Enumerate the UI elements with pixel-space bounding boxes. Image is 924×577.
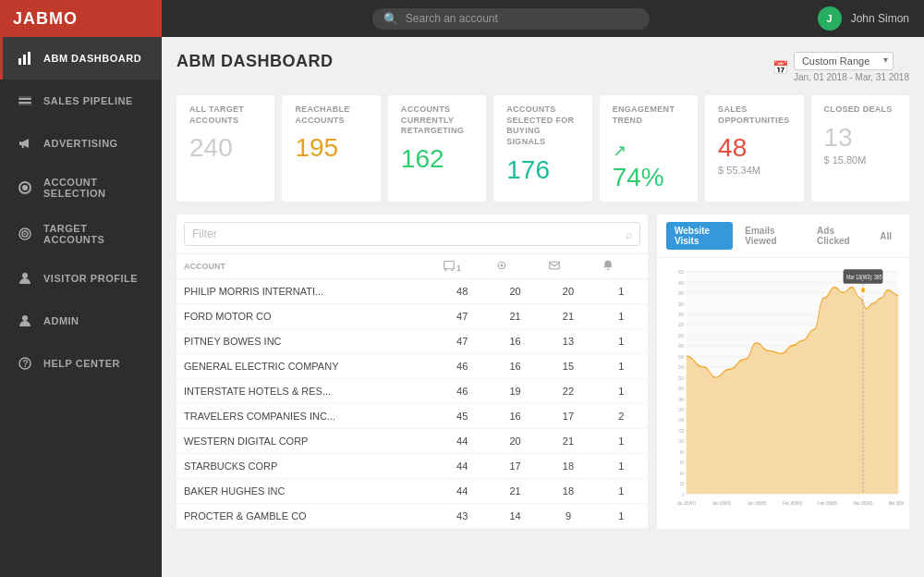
tab-all[interactable]: All — [871, 227, 900, 245]
visit-count: 47 — [436, 329, 489, 354]
search-icon: 🔍 — [383, 12, 398, 26]
svg-text:Mar 18(W5): Mar 18(W5) — [889, 500, 904, 507]
table-row[interactable]: PHILIP MORRIS INTERNATI... 48 20 20 1 — [176, 279, 648, 304]
svg-text:360: 360 — [678, 301, 685, 307]
table-row[interactable]: TRAVELERS COMPANIES INC... 45 16 17 2 — [176, 404, 648, 429]
date-range-selector[interactable]: Custom Range — [794, 52, 894, 70]
stat-closed-deals: CLOSED DEALS 13 $ 15.80M — [811, 95, 909, 202]
table-row[interactable]: FORD MOTOR CO 47 21 21 1 — [176, 304, 648, 329]
email-count: 21 — [541, 304, 594, 329]
account-name: GENERAL ELECTRIC COMPANY — [176, 354, 436, 379]
svg-text:?: ? — [23, 359, 30, 369]
visit-count: 44 — [436, 429, 489, 454]
stat-label: ALL TARGETACCOUNTS — [189, 104, 261, 126]
sidebar-item-label: Sales Pipeline — [43, 95, 149, 106]
calendar-icon: 📅 — [772, 60, 788, 75]
accounts-table: ACCOUNT 1 — [176, 254, 648, 529]
svg-text:Mar 18(W3): Mar 18(W3) — [853, 500, 872, 507]
user-area[interactable]: J John Simon — [818, 6, 909, 31]
target-icon — [16, 225, 34, 243]
svg-text:Feb 18(W3): Feb 18(W3) — [783, 500, 802, 507]
account-name: INTERSTATE HOTELS & RES... — [176, 379, 436, 404]
search-bar[interactable]: 🔍 — [372, 8, 650, 30]
visitor-icon — [16, 269, 34, 288]
account-name: PROCTER & GAMBLE CO — [176, 504, 436, 529]
stat-value: 162 — [401, 144, 473, 174]
svg-text:340: 340 — [678, 311, 685, 317]
chart-icon — [16, 49, 34, 68]
search-input[interactable] — [406, 12, 638, 25]
sidebar-item-admin[interactable]: Admin — [0, 300, 162, 342]
stats-row: ALL TARGETACCOUNTS 240 REACHABLEACCOUNTS… — [176, 95, 909, 202]
col-engagement-header — [489, 254, 541, 279]
engagement-count: 14 — [489, 504, 541, 529]
chart-panel: Website Visits Emails Viewed Ads Clicked… — [657, 215, 909, 529]
dashboard-header: ABM DASHBOARD 📅 Custom Range Jan, 01 201… — [176, 52, 909, 82]
tab-emails-viewed[interactable]: Emails Viewed — [736, 222, 805, 250]
sidebar-item-help-center[interactable]: ? Help Center — [0, 342, 162, 385]
table-row[interactable]: INTERSTATE HOTELS & RES... 46 19 22 1 — [176, 379, 648, 404]
svg-text:Jan 18(W5): Jan 18(W5) — [748, 500, 767, 507]
table-row[interactable]: BAKER HUGHES INC 44 21 18 1 — [176, 479, 648, 504]
email-count: 18 — [541, 479, 594, 504]
sidebar-item-visitor-profile[interactable]: Visitor Profile — [0, 257, 162, 300]
visit-count: 46 — [436, 354, 489, 379]
help-icon: ? — [16, 354, 34, 373]
table-row[interactable]: PITNEY BOWES INC 47 16 13 1 — [176, 329, 648, 354]
filter-input[interactable] — [184, 222, 640, 246]
engagement-count: 16 — [489, 354, 541, 379]
engagement-count: 17 — [489, 454, 541, 479]
table-row[interactable]: GENERAL ELECTRIC COMPANY 46 16 15 1 — [176, 354, 648, 379]
svg-rect-3 — [18, 98, 31, 100]
engagement-count: 16 — [489, 329, 541, 354]
bell-count: 1 — [595, 504, 648, 529]
svg-text:320: 320 — [678, 322, 685, 328]
svg-text:Feb 18(W5): Feb 18(W5) — [818, 500, 837, 507]
engagement-count: 21 — [489, 304, 541, 329]
svg-text:120: 120 — [678, 427, 685, 434]
table-row[interactable]: WESTERN DIGITAL CORP 44 20 21 1 — [176, 429, 648, 454]
area-chart: 0204060801001201401601802002202402602803… — [666, 264, 904, 529]
stat-label: CLOSED DEALS — [824, 104, 896, 116]
table-row[interactable]: PROCTER & GAMBLE CO 43 14 9 1 — [176, 504, 648, 529]
content-area: ABM DASHBOARD 📅 Custom Range Jan, 01 201… — [162, 37, 924, 577]
svg-rect-1 — [23, 55, 26, 65]
email-count: 9 — [541, 504, 594, 529]
engagement-count: 16 — [489, 404, 541, 429]
stat-label: ACCOUNTSCURRENTLYRETARGETING — [401, 104, 473, 137]
sidebar-item-abm-dashboard[interactable]: ABM Dashboard — [0, 37, 162, 80]
stat-all-target: ALL TARGETACCOUNTS 240 — [176, 95, 274, 202]
sidebar-item-advertising[interactable]: Advertising — [0, 122, 162, 165]
svg-text:100: 100 — [678, 438, 685, 445]
stat-value: 195 — [295, 133, 367, 163]
svg-rect-19 — [550, 263, 560, 270]
date-range: 📅 Custom Range Jan, 01 2018 - Mar, 31 20… — [772, 52, 909, 82]
tab-website-visits[interactable]: Website Visits — [666, 222, 733, 250]
svg-text:400: 400 — [678, 279, 685, 286]
stat-sub: $ 15.80M — [824, 154, 896, 166]
stat-sales-opportunities: SALESOPPORTUNITIES 48 $ 55.34M — [705, 95, 803, 202]
visit-count: 44 — [436, 454, 489, 479]
logo-area: JABMO — [0, 0, 162, 37]
table-body: PHILIP MORRIS INTERNATI... 48 20 20 1 FO… — [176, 279, 648, 529]
svg-point-9 — [24, 233, 26, 235]
bell-count: 1 — [595, 454, 648, 479]
svg-point-10 — [22, 273, 28, 278]
sidebar-item-account-selection[interactable]: Account Selection — [0, 165, 162, 211]
sidebar-item-sales-pipeline[interactable]: Sales Pipeline — [0, 80, 162, 122]
account-name: PHILIP MORRIS INTERNATI... — [176, 279, 436, 304]
sidebar-item-label: Account Selection — [43, 177, 149, 199]
sidebar-item-label: Help Center — [43, 358, 149, 369]
svg-text:160: 160 — [678, 407, 685, 413]
sidebar-item-target-accounts[interactable]: Target Accounts — [0, 211, 162, 257]
pipeline-icon — [16, 92, 34, 110]
logo: JABMO — [13, 9, 78, 29]
svg-point-18 — [500, 264, 503, 267]
account-name: TRAVELERS COMPANIES INC... — [176, 404, 436, 429]
email-count: 21 — [541, 429, 594, 454]
sidebar-item-label: Target Accounts — [43, 223, 149, 245]
svg-point-73 — [861, 288, 866, 294]
table-row[interactable]: STARBUCKS CORP 44 17 18 1 — [176, 454, 648, 479]
tab-ads-clicked[interactable]: Ads Clicked — [808, 222, 868, 250]
engagement-count: 21 — [489, 479, 541, 504]
